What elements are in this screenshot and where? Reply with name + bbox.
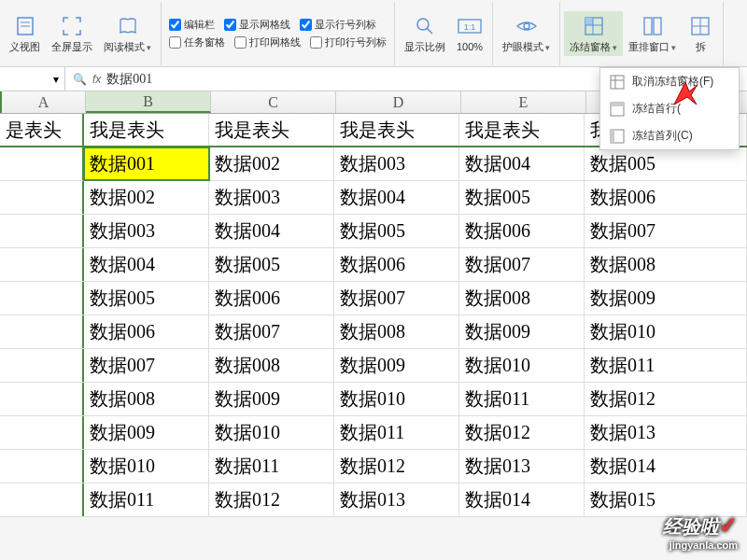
cell[interactable]: 数据006 — [585, 181, 747, 214]
cell[interactable]: 数据011 — [84, 483, 209, 516]
fx-icon[interactable]: fx — [92, 73, 101, 86]
cell[interactable] — [0, 483, 84, 516]
cell[interactable]: 我是表头 — [209, 114, 334, 146]
column-header-C[interactable]: C — [211, 91, 336, 113]
cell[interactable]: 数据008 — [84, 383, 209, 415]
cell[interactable]: 数据005 — [334, 215, 459, 247]
grid-body[interactable]: 是表头我是表头我是表头我是表头我是表头我是表头数据001数据002数据003数据… — [0, 114, 747, 517]
freeze-top-row-item[interactable]: 冻结首行( — [600, 95, 739, 122]
cell[interactable] — [0, 416, 84, 449]
cell[interactable]: 数据011 — [209, 450, 334, 483]
cell[interactable] — [0, 248, 84, 281]
cell[interactable] — [0, 315, 84, 348]
cell[interactable]: 数据010 — [209, 416, 334, 449]
cell[interactable]: 数据004 — [334, 181, 459, 214]
taskpane-checkbox[interactable]: 任务窗格 — [169, 35, 225, 49]
zoom-100-button[interactable]: 1:1 100% — [451, 11, 488, 55]
headings-checkbox[interactable]: 显示行号列标 — [300, 18, 376, 32]
cell[interactable]: 数据014 — [459, 483, 585, 516]
cell[interactable]: 数据009 — [585, 282, 747, 315]
cell[interactable]: 数据006 — [84, 315, 209, 348]
cell[interactable] — [0, 215, 84, 247]
print-gridlines-checkbox[interactable]: 打印网格线 — [234, 35, 301, 49]
cell[interactable]: 数据009 — [334, 349, 459, 382]
cell[interactable]: 数据004 — [209, 215, 334, 247]
print-headings-checkbox[interactable]: 打印行号列标 — [310, 35, 387, 49]
cell[interactable]: 数据006 — [209, 282, 334, 315]
cell[interactable]: 数据002 — [84, 181, 209, 214]
cell[interactable]: 数据007 — [585, 215, 747, 247]
cell[interactable]: 数据003 — [209, 181, 334, 214]
cell[interactable]: 数据009 — [84, 416, 209, 449]
cell[interactable]: 数据010 — [84, 450, 209, 483]
column-header-B[interactable]: B — [86, 91, 211, 113]
column-header-E[interactable]: E — [461, 91, 586, 113]
cell[interactable]: 数据007 — [459, 248, 585, 281]
gridlines-checkbox[interactable]: 显示网格线 — [224, 18, 290, 32]
cell[interactable]: 数据011 — [585, 349, 747, 382]
cell[interactable]: 数据007 — [209, 315, 334, 348]
cell[interactable] — [0, 147, 84, 180]
cell[interactable]: 数据013 — [585, 416, 747, 449]
unfreeze-panes-item[interactable]: 取消冻结窗格(F) — [600, 68, 739, 95]
cell[interactable]: 数据015 — [585, 483, 747, 516]
zoom-button[interactable]: 显示比例 — [399, 11, 451, 55]
cell[interactable]: 数据013 — [334, 483, 459, 516]
cell[interactable]: 我是表头 — [334, 114, 459, 146]
cell[interactable]: 数据008 — [459, 282, 585, 315]
cell[interactable]: 数据014 — [585, 450, 747, 483]
cell[interactable]: 数据007 — [334, 282, 459, 315]
cell[interactable]: 数据009 — [209, 383, 334, 415]
cell[interactable]: 数据001 — [84, 147, 209, 180]
cell[interactable]: 数据008 — [334, 315, 459, 348]
name-box[interactable]: ▾ — [0, 67, 65, 91]
cell[interactable]: 数据011 — [334, 416, 459, 449]
cell[interactable]: 数据009 — [459, 315, 585, 348]
cell[interactable]: 数据010 — [334, 383, 459, 415]
unfreeze-icon — [610, 75, 625, 90]
cell[interactable] — [0, 349, 84, 382]
cell[interactable]: 数据008 — [585, 248, 747, 281]
cell[interactable] — [0, 282, 84, 315]
formula-input[interactable]: 数据001 — [106, 71, 152, 88]
cell[interactable] — [0, 383, 84, 415]
magnifier-small-icon[interactable]: 🔍 — [73, 73, 87, 86]
cell[interactable]: 数据003 — [334, 147, 459, 180]
cell[interactable] — [0, 181, 84, 214]
cell[interactable]: 数据012 — [585, 383, 747, 415]
freeze-panes-button[interactable]: 冻结窗格▾ — [564, 11, 623, 55]
column-header-A[interactable]: A — [2, 91, 86, 113]
cell[interactable]: 数据005 — [209, 248, 334, 281]
eye-mode-button[interactable]: 护眼模式▾ — [497, 11, 556, 55]
arrange-windows-button[interactable]: 重排窗口▾ — [623, 11, 682, 55]
freeze-first-col-item[interactable]: 冻结首列(C) — [600, 122, 739, 149]
cell[interactable]: 数据003 — [84, 215, 209, 247]
cell[interactable]: 数据002 — [209, 147, 334, 180]
cell[interactable]: 数据013 — [459, 450, 585, 483]
reading-mode-button[interactable]: 阅读模式▾ — [98, 11, 157, 55]
cell[interactable] — [0, 450, 84, 483]
cell[interactable]: 数据012 — [459, 416, 585, 449]
cell[interactable]: 数据008 — [209, 349, 334, 382]
fullscreen-button[interactable]: 全屏显示 — [46, 11, 98, 55]
cell[interactable]: 数据005 — [459, 181, 585, 214]
cell[interactable]: 数据012 — [209, 483, 334, 516]
formula-bar-checkbox[interactable]: 编辑栏 — [169, 18, 215, 32]
cell[interactable]: 数据006 — [459, 215, 585, 247]
cell[interactable]: 数据006 — [334, 248, 459, 281]
cell[interactable]: 我是表头 — [459, 114, 585, 146]
cell[interactable]: 数据005 — [84, 282, 209, 315]
cell[interactable]: 数据005 — [585, 147, 747, 180]
custom-view-button[interactable]: 义视图 — [4, 11, 46, 55]
cell[interactable]: 我是表头 — [84, 114, 209, 146]
cell[interactable]: 数据012 — [334, 450, 459, 483]
cell[interactable]: 数据007 — [84, 349, 209, 382]
cell[interactable]: 数据004 — [84, 248, 209, 281]
column-header-D[interactable]: D — [336, 91, 461, 113]
cell[interactable]: 数据010 — [585, 315, 747, 348]
cell[interactable]: 是表头 — [0, 114, 84, 146]
split-button[interactable]: 拆 — [682, 11, 719, 55]
cell[interactable]: 数据004 — [459, 147, 585, 180]
cell[interactable]: 数据010 — [459, 349, 585, 382]
cell[interactable]: 数据011 — [459, 383, 585, 415]
